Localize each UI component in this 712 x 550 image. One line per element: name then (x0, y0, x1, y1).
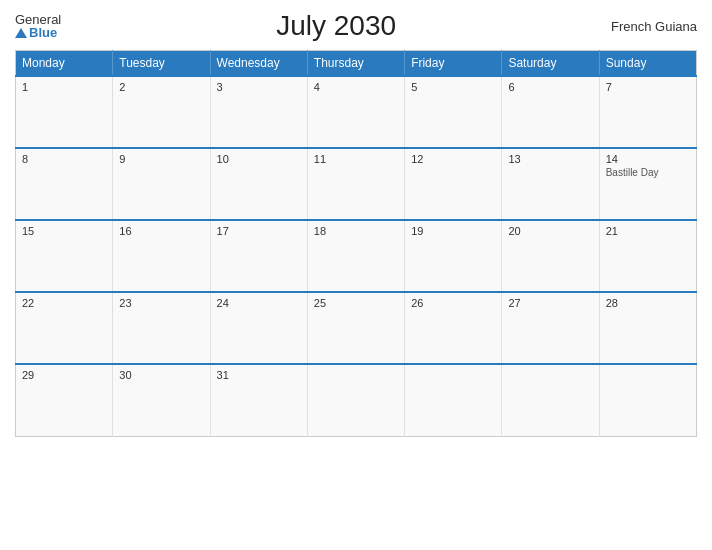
day-number: 25 (314, 297, 398, 309)
calendar-cell: 19 (405, 220, 502, 292)
day-number: 18 (314, 225, 398, 237)
calendar-cell: 18 (307, 220, 404, 292)
day-number: 12 (411, 153, 495, 165)
event-label: Bastille Day (606, 167, 690, 178)
weekday-header-wednesday: Wednesday (210, 51, 307, 77)
calendar-week-row: 1234567 (16, 76, 697, 148)
page-header: General Blue July 2030 French Guiana (15, 10, 697, 42)
day-number: 26 (411, 297, 495, 309)
day-number: 13 (508, 153, 592, 165)
calendar-week-row: 15161718192021 (16, 220, 697, 292)
calendar-header: MondayTuesdayWednesdayThursdayFridaySatu… (16, 51, 697, 77)
day-number: 15 (22, 225, 106, 237)
day-number: 1 (22, 81, 106, 93)
day-number: 31 (217, 369, 301, 381)
day-number: 19 (411, 225, 495, 237)
logo: General Blue (15, 13, 61, 39)
calendar-table: MondayTuesdayWednesdayThursdayFridaySatu… (15, 50, 697, 437)
calendar-cell (502, 364, 599, 436)
calendar-cell: 13 (502, 148, 599, 220)
calendar-cell: 1 (16, 76, 113, 148)
calendar-week-row: 891011121314Bastille Day (16, 148, 697, 220)
day-number: 21 (606, 225, 690, 237)
day-number: 30 (119, 369, 203, 381)
calendar-cell: 9 (113, 148, 210, 220)
weekday-header-tuesday: Tuesday (113, 51, 210, 77)
calendar-week-row: 22232425262728 (16, 292, 697, 364)
calendar-week-row: 293031 (16, 364, 697, 436)
day-number: 28 (606, 297, 690, 309)
calendar-cell: 17 (210, 220, 307, 292)
day-number: 17 (217, 225, 301, 237)
calendar-cell (405, 364, 502, 436)
calendar-cell: 14Bastille Day (599, 148, 696, 220)
day-number: 27 (508, 297, 592, 309)
day-number: 10 (217, 153, 301, 165)
weekday-header-sunday: Sunday (599, 51, 696, 77)
region-label: French Guiana (611, 19, 697, 34)
calendar-cell: 10 (210, 148, 307, 220)
calendar-title: July 2030 (276, 10, 396, 42)
calendar-cell: 22 (16, 292, 113, 364)
day-number: 20 (508, 225, 592, 237)
calendar-cell: 7 (599, 76, 696, 148)
day-number: 23 (119, 297, 203, 309)
weekday-header-monday: Monday (16, 51, 113, 77)
calendar-cell: 12 (405, 148, 502, 220)
day-number: 9 (119, 153, 203, 165)
day-number: 6 (508, 81, 592, 93)
day-number: 16 (119, 225, 203, 237)
day-number: 4 (314, 81, 398, 93)
day-number: 24 (217, 297, 301, 309)
calendar-cell: 5 (405, 76, 502, 148)
calendar-cell: 20 (502, 220, 599, 292)
calendar-cell: 2 (113, 76, 210, 148)
weekday-header-thursday: Thursday (307, 51, 404, 77)
logo-triangle-icon (15, 28, 27, 38)
calendar-cell: 6 (502, 76, 599, 148)
calendar-cell: 31 (210, 364, 307, 436)
calendar-cell: 26 (405, 292, 502, 364)
calendar-cell: 16 (113, 220, 210, 292)
calendar-cell: 30 (113, 364, 210, 436)
day-number: 3 (217, 81, 301, 93)
calendar-cell: 23 (113, 292, 210, 364)
day-number: 7 (606, 81, 690, 93)
calendar-cell: 25 (307, 292, 404, 364)
calendar-cell (307, 364, 404, 436)
day-number: 8 (22, 153, 106, 165)
calendar-cell (599, 364, 696, 436)
day-number: 5 (411, 81, 495, 93)
calendar-body: 1234567891011121314Bastille Day151617181… (16, 76, 697, 436)
day-number: 22 (22, 297, 106, 309)
day-number: 2 (119, 81, 203, 93)
weekday-header-saturday: Saturday (502, 51, 599, 77)
calendar-cell: 3 (210, 76, 307, 148)
weekday-header-friday: Friday (405, 51, 502, 77)
calendar-cell: 27 (502, 292, 599, 364)
calendar-cell: 8 (16, 148, 113, 220)
calendar-cell: 15 (16, 220, 113, 292)
calendar-cell: 28 (599, 292, 696, 364)
calendar-cell: 11 (307, 148, 404, 220)
day-number: 11 (314, 153, 398, 165)
calendar-cell: 21 (599, 220, 696, 292)
logo-blue-text: Blue (15, 26, 57, 39)
day-number: 29 (22, 369, 106, 381)
day-number: 14 (606, 153, 690, 165)
calendar-cell: 29 (16, 364, 113, 436)
weekday-header-row: MondayTuesdayWednesdayThursdayFridaySatu… (16, 51, 697, 77)
calendar-cell: 4 (307, 76, 404, 148)
calendar-cell: 24 (210, 292, 307, 364)
